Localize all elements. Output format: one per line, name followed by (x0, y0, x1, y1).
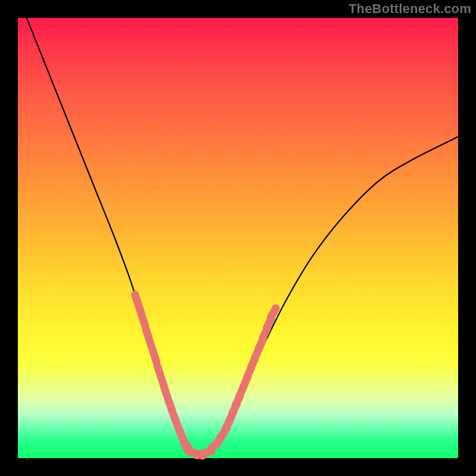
curve-markers (135, 295, 276, 456)
watermark-text: TheBottleneck.com (349, 1, 471, 17)
plot-area (18, 18, 458, 458)
curve-marker (153, 352, 156, 362)
chart-frame: TheBottleneck.com (0, 0, 476, 476)
curve-marker (142, 317, 146, 327)
curve-marker (271, 308, 276, 318)
bottleneck-curve-svg (18, 18, 458, 458)
